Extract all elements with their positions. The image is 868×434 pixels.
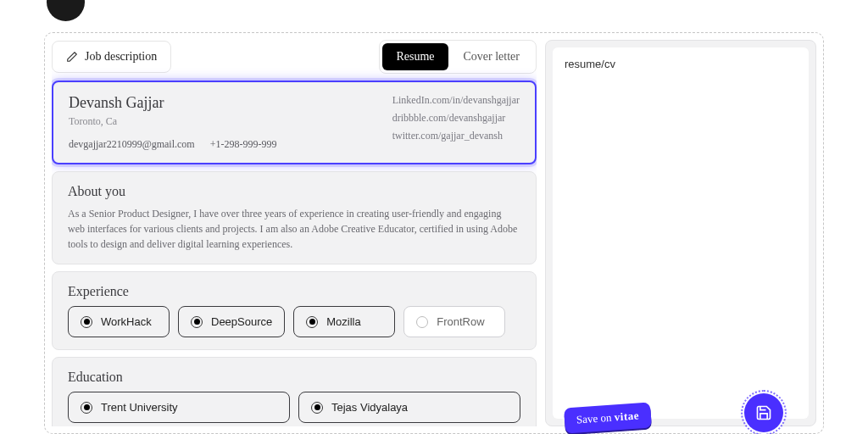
contact-email: devgajjar2210999@gmail.com	[69, 138, 195, 151]
experience-chip-frontrow[interactable]: FrontRow	[403, 306, 505, 337]
education-chip-trent[interactable]: Trent University	[68, 392, 290, 423]
profile-left: Devansh Gajjar Toronto, Ca devgajjar2210…	[69, 94, 376, 151]
link-linkedin: LinkedIn.com/in/devanshgajjar	[392, 94, 520, 107]
chip-label: Tejas Vidyalaya	[331, 401, 408, 414]
radio-icon	[191, 316, 203, 328]
save-prefix: Save on	[576, 410, 615, 426]
save-icon	[755, 404, 772, 421]
link-twitter: twitter.com/gajjar_devansh	[392, 130, 520, 142]
person-location: Toronto, Ca	[69, 115, 376, 128]
radio-icon	[306, 316, 318, 328]
preview-label: resume/cv	[565, 58, 797, 70]
right-column: resume/cv Save on vitae	[545, 40, 816, 426]
experience-title: Experience	[68, 284, 520, 299]
left-column: Job description Resume Cover letter Deva…	[52, 40, 537, 426]
main-container: Job description Resume Cover letter Deva…	[44, 32, 824, 434]
education-title: Education	[68, 370, 520, 385]
experience-chip-deepsource[interactable]: DeepSource	[178, 306, 285, 337]
tab-resume[interactable]: Resume	[382, 43, 448, 70]
tab-cover-letter[interactable]: Cover letter	[450, 43, 533, 70]
profile-links: LinkedIn.com/in/devanshgajjar dribbble.c…	[392, 94, 520, 151]
contact-row: devgajjar2210999@gmail.com +1-298-999-99…	[69, 138, 376, 151]
experience-chips: WorkHack DeepSource Mozilla FrontRow	[68, 306, 520, 337]
chip-label: Trent University	[101, 401, 178, 414]
save-badge[interactable]: Save on vitae	[564, 402, 652, 433]
education-chips: Trent University Tejas Vidyalaya	[68, 392, 520, 423]
chip-label: DeepSource	[211, 315, 272, 328]
job-description-button[interactable]: Job description	[52, 41, 171, 73]
pencil-icon	[66, 51, 78, 63]
contact-phone: +1-298-999-999	[210, 138, 277, 151]
radio-icon	[311, 402, 323, 414]
chip-label: Mozilla	[326, 315, 360, 328]
person-name: Devansh Gajjar	[69, 94, 376, 112]
save-fab[interactable]	[744, 393, 783, 432]
chip-label: FrontRow	[437, 315, 484, 328]
radio-icon	[81, 402, 92, 414]
link-dribbble: dribbble.com/devanshgajjar	[392, 112, 520, 125]
radio-icon	[81, 316, 92, 328]
chip-label: WorkHack	[101, 315, 152, 328]
about-card[interactable]: About you As a Senior Product Designer, …	[52, 171, 537, 264]
about-title: About you	[68, 184, 520, 199]
top-actions-row: Job description Resume Cover letter	[52, 40, 537, 74]
radio-icon	[416, 316, 428, 328]
experience-card[interactable]: Experience WorkHack DeepSource Mozilla F…	[52, 271, 537, 350]
doc-type-tabs: Resume Cover letter	[379, 40, 537, 74]
about-body: As a Senior Product Designer, I have ove…	[68, 206, 520, 252]
experience-chip-workhack[interactable]: WorkHack	[68, 306, 170, 337]
profile-card[interactable]: Devansh Gajjar Toronto, Ca devgajjar2210…	[52, 81, 537, 164]
avatar[interactable]	[47, 0, 85, 21]
preview-panel: resume/cv Save on vitae	[545, 40, 816, 426]
job-description-label: Job description	[85, 50, 157, 64]
experience-chip-mozilla[interactable]: Mozilla	[293, 306, 395, 337]
education-chip-tejas[interactable]: Tejas Vidyalaya	[298, 392, 520, 423]
preview-inner[interactable]: resume/cv	[553, 47, 809, 419]
education-card[interactable]: Education Trent University Tejas Vidyala…	[52, 357, 537, 426]
save-brand: vitae	[614, 409, 639, 423]
